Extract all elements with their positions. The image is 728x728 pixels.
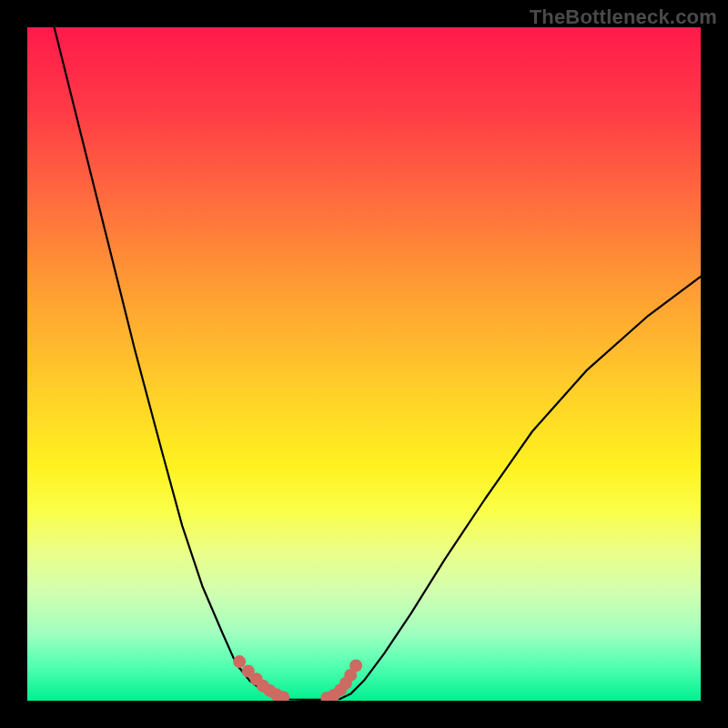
plot-area — [27, 27, 701, 701]
brand-watermark: TheBottleneck.com — [530, 5, 717, 29]
curve-layer — [27, 27, 701, 701]
bottleneck-curve-path — [55, 27, 701, 700]
chart-frame: TheBottleneck.com — [0, 0, 728, 728]
highlighted-points — [233, 655, 362, 701]
highlight-point — [349, 660, 362, 672]
bottleneck-curve — [55, 27, 701, 700]
highlight-point — [233, 655, 246, 668]
